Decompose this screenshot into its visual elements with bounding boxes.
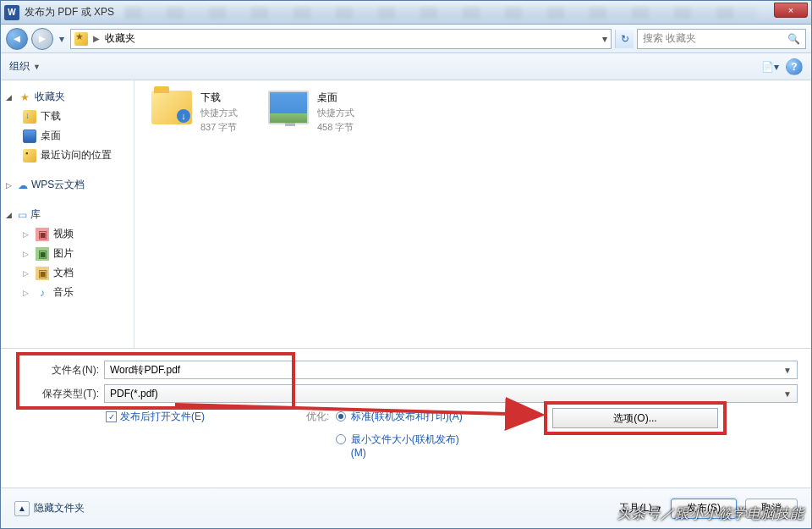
music-icon: ♪: [36, 286, 49, 300]
hide-folders-toggle[interactable]: ▲ 隐藏文件夹: [14, 501, 85, 516]
collapse-icon: ◢: [6, 211, 14, 219]
sidebar-item-downloads[interactable]: 下载: [1, 107, 134, 126]
sidebar-libraries-header[interactable]: ◢ ▭ 库: [1, 205, 134, 224]
expand-icon: ▷: [6, 181, 14, 190]
chevron-up-icon: ▲: [14, 501, 30, 516]
filename-input[interactable]: Word转PDF.pdf▼: [104, 361, 798, 379]
optimize-standard-radio[interactable]: 标准(联机发布和打印)(A): [336, 410, 471, 424]
open-after-checkbox[interactable]: ✓ 发布后打开文件(E): [106, 410, 205, 467]
breadcrumb[interactable]: ▶ 收藏夹 ▾: [70, 29, 612, 49]
pictures-icon: ▣: [36, 247, 49, 261]
save-form: 文件名(N): Word转PDF.pdf▼ 保存类型(T): PDF(*.pdf…: [1, 348, 811, 474]
file-item-downloads[interactable]: ↓ 下载 快捷方式 837 字节: [151, 91, 238, 134]
sidebar-item-pictures[interactable]: ▷▣图片: [1, 244, 134, 263]
folder-icon: ↓: [151, 91, 192, 124]
app-icon: W: [4, 5, 19, 20]
collapse-icon: ◢: [6, 93, 14, 102]
file-name: 桌面: [317, 91, 354, 105]
radio-icon: [336, 434, 346, 444]
download-folder-icon: [23, 110, 36, 124]
file-type: 快捷方式: [317, 107, 354, 119]
search-placeholder: 搜索 收藏夹: [643, 31, 696, 46]
optimize-label: 优化:: [306, 410, 329, 424]
sidebar-wps-header[interactable]: ▷ ☁ WPS云文档: [1, 175, 134, 195]
view-options-button[interactable]: 📄▾: [759, 58, 781, 76]
chevron-right-icon: ▶: [93, 34, 100, 43]
forward-button[interactable]: ►: [31, 28, 53, 50]
sidebar: ◢ ★ 收藏夹 下载 桌面 最近访问的位置 ▷ ☁ WPS云文档 ◢ ▭: [1, 80, 134, 348]
titlebar: W 发布为 PDF 或 XPS ×: [1, 1, 811, 25]
sidebar-item-videos[interactable]: ▷▣视频: [1, 224, 134, 244]
optimize-minimum-radio[interactable]: 最小文件大小(联机发布)(M): [336, 433, 471, 459]
sidebar-item-music[interactable]: ▷♪音乐: [1, 283, 134, 302]
video-icon: ▣: [36, 228, 49, 241]
navbar: ◄ ► ▾ ▶ 收藏夹 ▾ ↻ 搜索 收藏夹 🔍: [1, 25, 811, 53]
options-button[interactable]: 选项(O)...: [552, 408, 718, 428]
organize-menu[interactable]: 组织▼: [9, 59, 41, 74]
search-input[interactable]: 搜索 收藏夹 🔍: [637, 29, 806, 49]
filename-label: 文件名(N):: [14, 363, 104, 377]
search-icon: 🔍: [787, 33, 800, 45]
nav-history-dropdown[interactable]: ▾: [57, 30, 67, 47]
library-icon: ▭: [18, 209, 27, 221]
dropdown-icon[interactable]: ▼: [783, 366, 792, 375]
star-icon: ★: [18, 91, 31, 104]
radio-selected-icon: [336, 411, 346, 422]
recent-icon: [23, 149, 36, 163]
toolbar: 组织▼ 📄▾ ?: [1, 53, 811, 80]
publish-button[interactable]: 发布(S): [671, 499, 737, 519]
download-badge-icon: ↓: [177, 109, 190, 123]
window-title: 发布为 PDF 或 XPS: [25, 5, 114, 19]
sidebar-item-desktop[interactable]: 桌面: [1, 126, 134, 146]
file-list: ↓ 下载 快捷方式 837 字节 桌面 快捷方式 458 字节: [134, 80, 811, 348]
close-button[interactable]: ×: [774, 3, 808, 18]
file-size: 458 字节: [317, 121, 354, 134]
desktop-icon: [268, 91, 309, 124]
breadcrumb-dropdown-icon[interactable]: ▾: [602, 33, 607, 45]
filetype-select[interactable]: PDF(*.pdf)▼: [104, 384, 798, 403]
dropdown-icon[interactable]: ▼: [783, 389, 792, 399]
file-name: 下载: [200, 91, 238, 105]
documents-icon: ▣: [36, 267, 49, 280]
cloud-icon: ☁: [18, 179, 28, 191]
tools-menu[interactable]: 工具(L)▼: [619, 501, 662, 515]
cancel-button[interactable]: 取消: [745, 499, 798, 519]
breadcrumb-location: 收藏夹: [105, 31, 135, 46]
titlebar-blur: [124, 7, 757, 19]
back-button[interactable]: ◄: [6, 28, 28, 50]
file-size: 837 字节: [200, 121, 238, 134]
checkbox-checked-icon: ✓: [106, 411, 117, 422]
filetype-label: 保存类型(T):: [14, 387, 104, 401]
file-type: 快捷方式: [200, 107, 238, 119]
sidebar-favorites-header[interactable]: ◢ ★ 收藏夹: [1, 87, 134, 107]
desktop-icon: [23, 129, 36, 143]
help-button[interactable]: ?: [786, 58, 803, 75]
file-item-desktop[interactable]: 桌面 快捷方式 458 字节: [268, 91, 354, 134]
dialog-footer: ▲ 隐藏文件夹 工具(L)▼ 发布(S) 取消: [1, 488, 811, 528]
refresh-button[interactable]: ↻: [615, 30, 634, 48]
sidebar-item-recent[interactable]: 最近访问的位置: [1, 146, 134, 165]
favorites-icon: [74, 32, 88, 46]
sidebar-item-documents[interactable]: ▷▣文档: [1, 263, 134, 283]
